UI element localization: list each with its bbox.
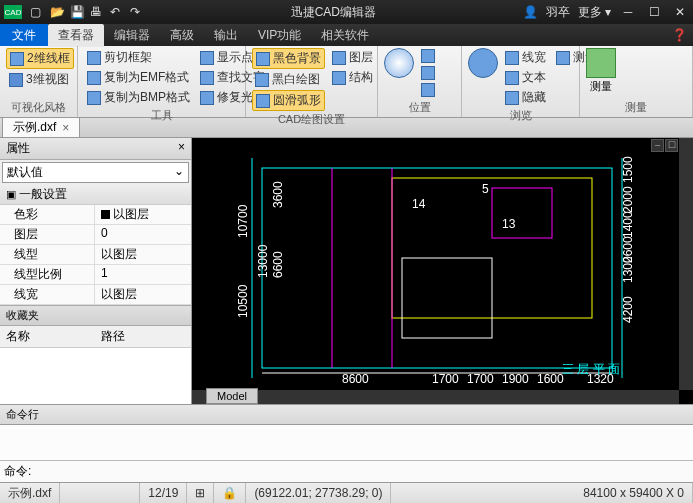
canvas-scrollbar-horizontal[interactable] [192, 390, 679, 404]
minimize-button[interactable]: ─ [619, 5, 637, 19]
svg-text:1900: 1900 [502, 372, 529, 386]
svg-text:3600: 3600 [271, 181, 285, 208]
nav-wheel-icon[interactable] [384, 48, 414, 78]
favorites-header: 收藏夹 [0, 305, 191, 326]
document-tab-label: 示例.dxf [13, 119, 56, 136]
left-panel: 属性× 默认值⌄ ▣ 一般设置 色彩以图层图层0线型以图层线型比例1线宽以图层 … [0, 138, 192, 404]
user-icon[interactable]: 👤 [523, 5, 538, 19]
svg-text:14: 14 [412, 197, 426, 211]
btn-bw-draw[interactable]: 黑白绘图 [252, 70, 325, 89]
btn-cut-frame[interactable]: 剪切框架 [84, 48, 193, 67]
btn-pan[interactable] [418, 48, 438, 64]
tab-related[interactable]: 相关软件 [311, 24, 379, 47]
svg-text:1300: 1300 [621, 256, 635, 283]
tab-editor[interactable]: 编辑器 [104, 24, 160, 47]
btn-3d-view[interactable]: 3维视图 [6, 70, 74, 89]
canvas-scrollbar-vertical[interactable] [679, 138, 693, 390]
status-page: 12/19 [140, 483, 187, 503]
save-icon[interactable]: 💾 [70, 5, 84, 19]
group-position: 位置 [384, 99, 455, 115]
tab-close-icon[interactable]: × [62, 121, 69, 135]
property-row[interactable]: 图层0 [0, 225, 191, 245]
tab-viewer[interactable]: 查看器 [48, 24, 104, 47]
status-filename: 示例.dxf [0, 483, 60, 503]
command-history[interactable] [0, 425, 693, 461]
new-icon[interactable]: ▢ [30, 5, 44, 19]
status-snap-icon[interactable]: ⊞ [187, 483, 214, 503]
group-cad-settings: CAD绘图设置 [252, 111, 371, 127]
btn-text[interactable]: 文本 [502, 68, 549, 87]
file-menu[interactable]: 文件 [0, 24, 48, 46]
favorites-columns: 名称 路径 [0, 326, 191, 348]
btn-structure[interactable]: 结构 [329, 68, 376, 87]
fav-col-path[interactable]: 路径 [95, 326, 131, 347]
undo-icon[interactable]: ↶ [110, 5, 124, 19]
close-button[interactable]: ✕ [671, 5, 689, 19]
group-tools: 工具 [84, 107, 239, 123]
quick-access-toolbar: ▢ 📂 💾 🖶 ↶ ↷ [30, 5, 144, 19]
svg-text:1700: 1700 [432, 372, 459, 386]
group-browse: 浏览 [468, 107, 573, 123]
svg-text:1500: 1500 [621, 156, 635, 183]
svg-text:4200: 4200 [621, 296, 635, 323]
status-coords: (69122.01; 27738.29; 0) [246, 483, 391, 503]
tab-advanced[interactable]: 高级 [160, 24, 204, 47]
btn-hide[interactable]: 隐藏 [502, 88, 549, 107]
model-tab[interactable]: Model [206, 388, 258, 404]
properties-combo[interactable]: 默认值⌄ [2, 162, 189, 183]
chevron-down-icon: ⌄ [174, 164, 184, 181]
svg-text:13: 13 [502, 217, 516, 231]
tab-output[interactable]: 输出 [204, 24, 248, 47]
btn-zoom[interactable] [418, 65, 438, 81]
ribbon-tabs: 文件 查看器 编辑器 高级 输出 VIP功能 相关软件 ❓ [0, 24, 693, 46]
btn-2d-wireframe[interactable]: 2维线框 [6, 48, 74, 69]
svg-text:8600: 8600 [342, 372, 369, 386]
favorites-list[interactable] [0, 348, 191, 404]
more-menu[interactable]: 更多 ▾ [578, 4, 611, 21]
svg-text:10700: 10700 [236, 204, 250, 238]
btn-black-bg[interactable]: 黑色背景 [252, 48, 325, 69]
magnify-icon[interactable] [468, 48, 498, 78]
btn-layers[interactable]: 图层 [329, 48, 376, 67]
command-line: 命令: [0, 461, 693, 483]
property-row[interactable]: 线宽以图层 [0, 285, 191, 305]
btn-copy-bmp[interactable]: 复制为BMP格式 [84, 88, 193, 107]
svg-text:6600: 6600 [271, 251, 285, 278]
property-row[interactable]: 色彩以图层 [0, 205, 191, 225]
help-icon[interactable]: ❓ [672, 28, 687, 42]
panel-close-icon[interactable]: × [178, 140, 185, 157]
properties-category[interactable]: ▣ 一般设置 [0, 185, 191, 205]
group-measure: 测量 [586, 99, 686, 115]
property-row[interactable]: 线型比例1 [0, 265, 191, 285]
svg-rect-3 [492, 188, 552, 238]
ribbon: 2维线框 3维视图 可视化风格 剪切框架 复制为EMF格式 复制为BMP格式 显… [0, 46, 693, 118]
svg-rect-2 [402, 258, 492, 338]
svg-text:2000: 2000 [621, 186, 635, 213]
commandline-label: 命令行 [0, 404, 693, 425]
command-prompt: 命令: [4, 463, 31, 480]
measure-icon[interactable] [586, 48, 616, 78]
property-row[interactable]: 线型以图层 [0, 245, 191, 265]
command-input[interactable] [31, 463, 689, 480]
maximize-button[interactable]: ☐ [645, 5, 663, 19]
status-size: 84100 x 59400 X 0 [575, 483, 693, 503]
drawing-canvas[interactable]: – ☐ × 13000 6600 3600 1500 2000 [192, 138, 693, 404]
svg-text:5: 5 [482, 182, 489, 196]
btn-copy-emf[interactable]: 复制为EMF格式 [84, 68, 193, 87]
open-icon[interactable]: 📂 [50, 5, 64, 19]
document-tab[interactable]: 示例.dxf × [2, 117, 80, 138]
btn-smooth-arc[interactable]: 圆滑弧形 [252, 90, 325, 111]
svg-text:13000: 13000 [256, 244, 270, 278]
svg-text:10500: 10500 [236, 284, 250, 318]
tab-vip[interactable]: VIP功能 [248, 24, 311, 47]
properties-header: 属性× [0, 138, 191, 160]
redo-icon[interactable]: ↷ [130, 5, 144, 19]
user-name[interactable]: 羽卒 [546, 4, 570, 21]
fav-col-name[interactable]: 名称 [0, 326, 95, 347]
svg-text:三 层 平 面: 三 层 平 面 [562, 362, 620, 376]
btn-linewidth[interactable]: 线宽 [502, 48, 549, 67]
status-lock-icon[interactable]: 🔒 [214, 483, 246, 503]
btn-extents[interactable] [418, 82, 438, 98]
print-icon[interactable]: 🖶 [90, 5, 104, 19]
group-visual-style: 可视化风格 [6, 99, 71, 115]
